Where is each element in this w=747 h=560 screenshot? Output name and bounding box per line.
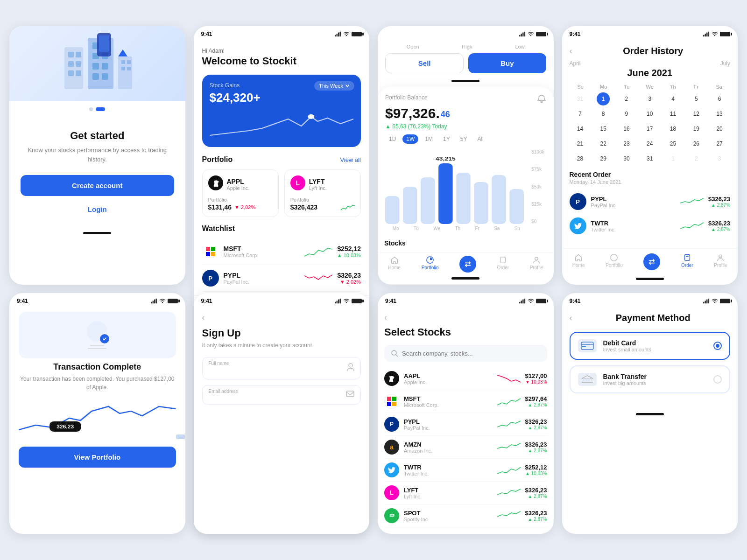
pypl-order-item[interactable]: P PYPL PayPal Inc. $326,23 ▲ 2,87%: [570, 189, 731, 214]
cal-day-14[interactable]: 14: [573, 122, 586, 135]
cal-day-5[interactable]: 5: [690, 92, 703, 105]
amzn-list-item[interactable]: a AMZN Amazon Inc. $326,23 ▲ 2,87%: [384, 436, 547, 459]
dot-2[interactable]: [96, 107, 105, 111]
cal-day-31[interactable]: 31: [643, 152, 656, 165]
cal-day-26[interactable]: 26: [690, 137, 703, 150]
cal-day-n3[interactable]: 3: [713, 152, 726, 165]
cal-day-30[interactable]: 30: [620, 152, 633, 165]
cal-day-10[interactable]: 10: [643, 107, 656, 120]
cal-day-8[interactable]: 8: [597, 107, 610, 120]
tab-all[interactable]: All: [473, 134, 487, 144]
svg-rect-14: [92, 73, 99, 80]
tab-1y[interactable]: 1Y: [439, 134, 454, 144]
bank-transfer-option[interactable]: Bank Transfer Invest big amounts: [570, 365, 731, 393]
lyft-portfolio-item[interactable]: L LYFT Lyft Inc. Portfolio $326,423: [284, 169, 361, 217]
cal-day-27[interactable]: 27: [713, 137, 726, 150]
cal-day-17[interactable]: 17: [643, 122, 656, 135]
msft-watchlist-item[interactable]: MSFT Microsoft Corp. $252,12 ▲ 10,03%: [202, 238, 361, 265]
cal-day-n2[interactable]: 2: [690, 152, 703, 165]
cal-day-13[interactable]: 13: [713, 107, 726, 120]
cal-day-2[interactable]: 2: [620, 92, 633, 105]
transaction-chart: 326,23: [19, 397, 176, 439]
cal-day-7[interactable]: 7: [573, 107, 586, 120]
cal-day-3[interactable]: 3: [643, 92, 656, 105]
cal-day-23[interactable]: 23: [620, 137, 633, 150]
cal-day-19[interactable]: 19: [690, 122, 703, 135]
tab-5y[interactable]: 5Y: [457, 134, 471, 144]
svg-rect-101: [340, 299, 341, 304]
cal-day-6[interactable]: 6: [713, 92, 726, 105]
cal-day-25[interactable]: 25: [667, 137, 680, 150]
cal-day[interactable]: 31: [573, 92, 586, 105]
back-button-order[interactable]: ‹: [570, 46, 572, 56]
order-nav-profile[interactable]: Profile: [714, 253, 727, 270]
tab-1m[interactable]: 1M: [421, 134, 437, 144]
cal-day-18[interactable]: 18: [667, 122, 680, 135]
pypl-watchlist-item[interactable]: P PYPL PayPal Inc. $326,23 ▼ 2,02%: [202, 265, 361, 292]
bank-transfer-radio[interactable]: [713, 375, 722, 384]
lyft-price: $326,423: [290, 203, 317, 211]
cal-day-22[interactable]: 22: [597, 137, 610, 150]
cal-day-1[interactable]: 1: [597, 92, 610, 105]
cal-day-29[interactable]: 29: [597, 152, 610, 165]
svg-rect-1: [68, 52, 74, 57]
cal-day-11[interactable]: 11: [667, 107, 680, 120]
back-button-select[interactable]: ‹: [384, 313, 547, 322]
create-account-button[interactable]: Create account: [21, 175, 174, 196]
svg-rect-83: [684, 255, 690, 261]
chevron-down-icon: [345, 84, 350, 88]
bottom-nav-order: Home Portfolio Order Profile: [562, 248, 738, 276]
apple-icon-list: [388, 374, 395, 383]
debit-card-option[interactable]: Debit Card Invest small amounts: [570, 332, 731, 360]
cal-day-4[interactable]: 4: [667, 92, 680, 105]
view-all-btn[interactable]: View all: [340, 156, 361, 163]
appl-portfolio-item[interactable]: APPL Apple Inc. Portfolio $131,46 ▼ 2,02…: [202, 169, 279, 217]
aapl-list-item[interactable]: AAPL Apple Inc. $127,00 ▼ 10,03%: [384, 367, 547, 390]
search-icon: [391, 350, 398, 357]
svg-rect-67: [509, 189, 523, 224]
tab-1w[interactable]: 1W: [402, 134, 418, 144]
back-button-signup[interactable]: ‹: [202, 313, 361, 322]
buy-button[interactable]: Buy: [468, 53, 546, 73]
order-nav-home[interactable]: Home: [572, 253, 585, 270]
tab-1d[interactable]: 1D: [385, 134, 400, 144]
svg-rect-4: [76, 61, 81, 67]
port-nav-profile[interactable]: Profile: [530, 256, 543, 273]
cal-day-16[interactable]: 16: [620, 122, 633, 135]
msft-list-item[interactable]: MSFT Microsoft Corp. $297,64 ▲ 2,87%: [384, 390, 547, 413]
cal-day-12[interactable]: 12: [690, 107, 703, 120]
port-nav-order[interactable]: Order: [497, 256, 509, 273]
order-nav-order[interactable]: Order: [681, 253, 693, 270]
search-input[interactable]: [402, 350, 541, 357]
port-nav-home[interactable]: Home: [388, 256, 401, 273]
spot-list-item[interactable]: SPOT Spotify Inc. $326,23 ▲ 2,87%: [384, 504, 547, 527]
login-button[interactable]: Login: [21, 200, 174, 219]
cal-day-n1[interactable]: 1: [667, 152, 680, 165]
cal-day-24[interactable]: 24: [643, 137, 656, 150]
dot-1[interactable]: [89, 107, 93, 111]
twtr-order-item[interactable]: TWTR Twitter Inc. $326,23 ▲ 2,87%: [570, 214, 731, 238]
msft-company: Microsoft Corp.: [224, 252, 300, 258]
order-nav-portfolio[interactable]: Portfolio: [606, 253, 623, 270]
port-nav-portfolio[interactable]: Portfolio: [422, 256, 439, 273]
cal-day-21[interactable]: 21: [573, 137, 586, 150]
pypl-list-item[interactable]: P PYPL PayPal Inc. $326,23 ▲ 2,87%: [384, 413, 547, 436]
svg-rect-81: [708, 32, 710, 37]
lyft-list-item[interactable]: L LYFT Lyft Inc. $326,23 ▲ 2,87%: [384, 482, 547, 504]
bell-icon[interactable]: [537, 94, 546, 104]
port-nav-exchange[interactable]: [459, 256, 476, 273]
cal-day-9[interactable]: 9: [620, 107, 633, 120]
cal-day-20[interactable]: 20: [713, 122, 726, 135]
sell-button[interactable]: Sell: [385, 53, 464, 73]
view-portfolio-button[interactable]: View Portfolio: [19, 447, 176, 468]
email-input[interactable]: [202, 385, 361, 405]
order-nav-exchange[interactable]: [643, 253, 660, 270]
bank-transfer-name: Bank Transfer: [603, 373, 707, 380]
back-button-payment[interactable]: ‹: [570, 313, 572, 323]
debit-card-radio[interactable]: [713, 342, 722, 350]
cal-day-15[interactable]: 15: [597, 122, 610, 135]
amzn-list-chart: [497, 441, 521, 453]
twtr-list-item[interactable]: TWTR Twitter Inc. $252,12 ▲ 10,03%: [384, 459, 547, 482]
cal-day-28[interactable]: 28: [573, 152, 586, 165]
this-week-badge[interactable]: This Week: [314, 81, 354, 91]
